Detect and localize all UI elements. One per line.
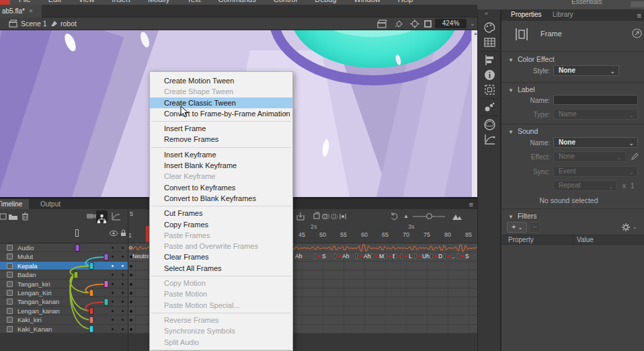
menu-item-select-all-frames[interactable]: Select All Frames: [150, 263, 292, 274]
keyframe-dot[interactable]: [130, 292, 132, 295]
menu-window[interactable]: Window: [346, 0, 389, 4]
camera-icon[interactable]: [377, 20, 387, 28]
onion-skin-icon[interactable]: [321, 212, 329, 221]
keyframe-flag-icon[interactable]: [334, 254, 336, 259]
reset-zoom-icon[interactable]: [390, 212, 399, 221]
zoom-out-timeline-icon[interactable]: ▲: [403, 213, 409, 219]
delete-layer-icon[interactable]: [21, 212, 30, 221]
keyframe-dot[interactable]: [434, 255, 437, 258]
menu-item-copy-frames[interactable]: Copy Frames: [150, 219, 292, 230]
menu-item-insert-blank-keyframe[interactable]: Insert Blank Keyframe: [150, 160, 292, 171]
onion-outline-icon[interactable]: [330, 212, 338, 221]
layer-lock-dot[interactable]: [122, 301, 124, 303]
layer-row-badan[interactable]: Badan: [0, 270, 128, 279]
graph-view-icon[interactable]: [111, 212, 121, 221]
transform-panel-icon[interactable]: [483, 83, 496, 96]
visibility-column-icon[interactable]: [110, 231, 118, 236]
layer-visibility-dot[interactable]: [112, 247, 114, 249]
info-panel-icon[interactable]: [483, 69, 496, 81]
layer-lock-dot[interactable]: [122, 283, 124, 285]
keyframe-dot[interactable]: [360, 255, 362, 258]
workspace-switcher[interactable]: Essentials: [571, 0, 602, 5]
tab-timeline[interactable]: Timeline: [0, 199, 29, 209]
add-filter-button[interactable]: + ⌄: [507, 222, 527, 233]
zoom-in-timeline-icon[interactable]: [452, 212, 462, 221]
timeline-zoom-slider-knob[interactable]: [426, 213, 432, 219]
keyframe-dot[interactable]: [448, 255, 450, 258]
menu-item-create-motion-tween[interactable]: Create Motion Tween: [150, 75, 292, 86]
keyframe-dot[interactable]: [375, 255, 378, 258]
tab-output[interactable]: Output: [34, 199, 67, 209]
layer-lock-dot[interactable]: [122, 247, 124, 249]
keyframe-dot[interactable]: [338, 255, 341, 258]
breadcrumb-symbol[interactable]: robot: [61, 20, 77, 28]
breadcrumb-scene[interactable]: Scene 1: [21, 20, 47, 28]
layer-visibility-dot[interactable]: [112, 328, 114, 330]
menu-text[interactable]: Text: [178, 0, 209, 4]
keyframe-dot[interactable]: [389, 255, 391, 258]
menu-file[interactable]: File: [10, 0, 40, 4]
keyframe-dot[interactable]: [318, 255, 321, 258]
color-panel-icon[interactable]: [483, 22, 496, 34]
menu-item-convert-to-keyframes[interactable]: Convert to Keyframes: [150, 182, 292, 193]
layer-visibility-dot[interactable]: [112, 274, 114, 276]
menu-item-insert-keyframe[interactable]: Insert Keyframe: [150, 149, 292, 160]
keyframe-flag-icon[interactable]: [457, 254, 459, 259]
menu-view[interactable]: View: [70, 0, 104, 4]
loop-icon[interactable]: [313, 212, 321, 221]
menu-insert[interactable]: Insert: [103, 0, 139, 4]
style-dropdown[interactable]: None⌄: [553, 65, 619, 76]
section-color-effect[interactable]: ▼Color Effect: [508, 55, 555, 63]
menu-item-insert-frame[interactable]: Insert Frame: [150, 123, 292, 134]
keyframe-flag-icon[interactable]: [395, 254, 397, 259]
center-playhead-icon[interactable]: [296, 212, 305, 221]
layer-row-lengan_kanan[interactable]: Lengan_kanan: [0, 307, 128, 315]
layer-visibility-dot[interactable]: [112, 310, 114, 312]
layer-row-kaki_kanan[interactable]: Kaki_Kanan: [0, 325, 128, 334]
layer-row-audio[interactable]: Audio: [0, 243, 128, 252]
stage-vertical-scrollbar[interactable]: ▲: [471, 30, 477, 197]
keyframe-dot[interactable]: [130, 310, 132, 313]
keyframe-dot[interactable]: [130, 265, 132, 268]
keyframe-dot[interactable]: [130, 283, 132, 286]
swatches-panel-icon[interactable]: [483, 36, 496, 49]
keyframe-dot[interactable]: [130, 274, 132, 276]
menu-debug[interactable]: Debug: [306, 0, 345, 4]
label-name-input[interactable]: [553, 95, 638, 105]
keyframe-flag-icon[interactable]: [385, 254, 387, 259]
menu-item-clear-frames[interactable]: Clear Frames: [150, 251, 292, 262]
keyframe-dot[interactable]: [130, 319, 132, 321]
layer-row-tangan_kiri[interactable]: Tangan_kiri: [0, 280, 128, 288]
layer-visibility-dot[interactable]: [112, 319, 114, 321]
fill-icon[interactable]: [394, 20, 404, 28]
menu-modify[interactable]: Modify: [139, 0, 178, 4]
close-tab-icon[interactable]: ×: [29, 7, 33, 15]
expand-panels-icon[interactable]: «: [485, 10, 487, 17]
help-icon[interactable]: [632, 28, 642, 38]
section-filters[interactable]: ▼Filters: [508, 212, 537, 220]
center-stage-icon[interactable]: [410, 20, 419, 28]
layer-lock-dot[interactable]: [122, 328, 124, 330]
new-folder-icon[interactable]: [8, 212, 18, 221]
section-label[interactable]: ▼Label: [508, 85, 535, 93]
camera-layer-icon[interactable]: [86, 212, 97, 220]
menu-item-convert-to-blank-keyframes[interactable]: Convert to Blank Keyframes: [150, 193, 292, 204]
menu-edit[interactable]: Edit: [40, 0, 70, 4]
keyframe-flag-icon[interactable]: [444, 254, 446, 259]
layer-row-tangan_kanan[interactable]: Tangan_kanan: [0, 297, 128, 306]
layer-visibility-dot[interactable]: [112, 301, 114, 303]
section-sound[interactable]: ▼Sound: [508, 127, 538, 135]
layer-row-lengan_kiri[interactable]: Lengan_Kiri: [0, 288, 128, 297]
menu-item-remove-frames[interactable]: Remove Frames: [150, 134, 292, 145]
keyframe-flag-icon[interactable]: [314, 254, 316, 259]
cc-libraries-panel-icon[interactable]: [483, 118, 496, 131]
layer-row-kepala[interactable]: Kepala: [0, 262, 128, 270]
zoom-level-input[interactable]: 424%: [435, 19, 467, 28]
layer-lock-dot[interactable]: [122, 319, 124, 321]
menu-item-convert-to-frame-by-frame-animation[interactable]: Convert to Frame-by-Frame Animation›: [150, 108, 292, 119]
layer-lock-dot[interactable]: [122, 292, 124, 294]
keyframe-dot[interactable]: [130, 328, 132, 331]
menu-help[interactable]: Help: [389, 0, 422, 4]
layer-lock-dot[interactable]: [122, 310, 124, 312]
panel-menu-icon[interactable]: ≡: [469, 200, 473, 208]
